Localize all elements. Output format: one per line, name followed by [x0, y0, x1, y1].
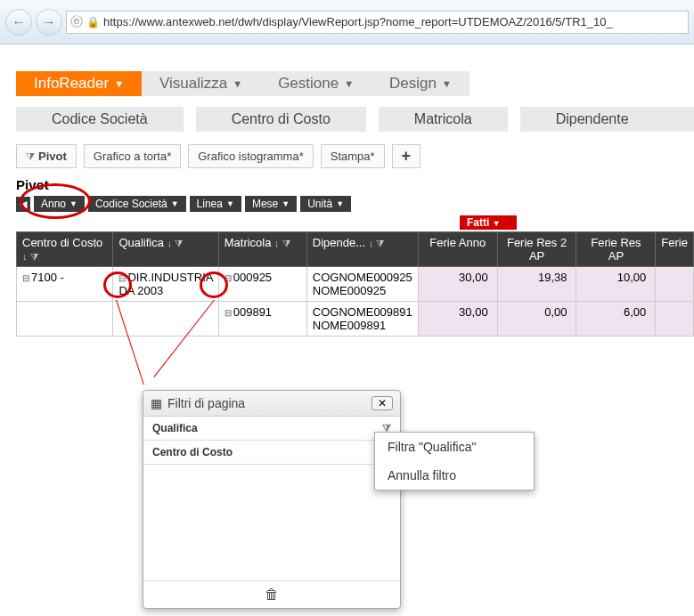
breadcrumb-codice-societa[interactable]: Codice Società [16, 107, 184, 132]
chevron-down-icon: ▼ [442, 78, 452, 89]
dialog-footer: 🗑 [143, 580, 400, 608]
cell-ferie-resap: 10,00 [576, 267, 656, 302]
filter-dialog: ▦Filtri di pagina ✕ Qualifica⧩ Centro di… [143, 390, 401, 609]
cell-ferie [656, 302, 694, 336]
dim-anno[interactable]: Anno▼ [34, 196, 85, 212]
collapse-icon[interactable]: ⊟ [225, 308, 232, 318]
menu-inforeader[interactable]: InfoReader▼ [16, 71, 142, 96]
dim-linea[interactable]: Linea▼ [190, 196, 241, 212]
grafico-istogramma-button[interactable]: Grafico istogramma* [188, 144, 313, 168]
dim-mese[interactable]: Mese▼ [245, 196, 297, 212]
context-menu: Filtra "Qualifica" Annulla filtro [374, 432, 535, 490]
chevron-down-icon: ▼ [233, 78, 242, 89]
trash-icon[interactable]: 🗑 [265, 587, 279, 602]
chevron-down-icon: ▼ [69, 199, 78, 208]
cell-qualifica: ⊟DIR.INDUSTRIA DA 2003 [113, 267, 218, 302]
cell-ferie-anno: 30,00 [418, 267, 497, 302]
menu-design[interactable]: Design▼ [371, 71, 469, 96]
address-bar[interactable]: ⓔ 🔒 https://www.antexweb.net/dwh/display… [66, 11, 689, 34]
col-ferie[interactable]: Ferie [656, 232, 694, 267]
url-text: https://www.antexweb.net/dwh/display/Vie… [103, 15, 613, 28]
forward-button[interactable]: → [36, 9, 62, 36]
chevron-down-icon: ▼ [282, 199, 290, 208]
chevron-down-icon: ▼ [226, 199, 234, 208]
col-ferie-res2-ap[interactable]: Ferie Res 2 AP [497, 232, 576, 267]
cell-centro [17, 302, 113, 336]
dim-codice-societa[interactable]: Codice Società▼ [88, 196, 186, 212]
cell-qualifica [113, 302, 218, 336]
breadcrumb-matricola[interactable]: Matricola [379, 107, 508, 132]
toolbar: ⧩Pivot Grafico a torta* Grafico istogram… [16, 144, 694, 168]
ctx-annulla-filtro[interactable]: Annulla filtro [375, 461, 534, 490]
filter-row-qualifica[interactable]: Qualifica⧩ [143, 417, 400, 441]
chevron-down-icon: ▼ [344, 78, 354, 89]
chevron-down-icon: ▼ [114, 78, 124, 89]
lock-icon: 🔒 [86, 16, 100, 28]
pivot-grid: Centro di Costo ↓ ⧩ Qualifica ↓ ⧩ Matric… [16, 231, 694, 336]
cell-matricola: ⊟000925 [218, 267, 306, 302]
cell-dipendente: COGNOME009891 NOME009891 [306, 302, 418, 336]
col-matricola[interactable]: Matricola ↓ ⧩ [218, 232, 306, 267]
col-ferie-anno[interactable]: Ferie Anno [418, 232, 497, 267]
menu-visualizza[interactable]: Visualizza▼ [142, 71, 260, 96]
dialog-body [143, 465, 400, 580]
breadcrumb-row: Codice Società Centro di Costo Matricola… [16, 107, 694, 132]
cell-ferie-res2: 19,38 [497, 267, 576, 302]
pivot-button[interactable]: ⧩Pivot [16, 144, 77, 168]
col-centro-di-costo[interactable]: Centro di Costo ↓ ⧩ [17, 232, 113, 267]
grafico-torta-button[interactable]: Grafico a torta* [84, 144, 181, 168]
col-qualifica[interactable]: Qualifica ↓ ⧩ [113, 232, 218, 267]
collapse-icon[interactable]: ⊟ [118, 273, 126, 283]
col-dipendente[interactable]: Dipende... ↓ ⧩ [306, 232, 418, 267]
cell-ferie-resap: 6,00 [576, 302, 656, 336]
dim-unita[interactable]: Unità▼ [300, 196, 351, 212]
fatti-row: Fatti ▼ [16, 215, 694, 231]
chevron-down-icon: ▼ [493, 219, 501, 228]
grid-header-row: Centro di Costo ↓ ⧩ Qualifica ↓ ⧩ Matric… [17, 232, 694, 267]
collapse-icon[interactable]: ⊟ [22, 273, 29, 283]
chevron-down-icon: ▼ [336, 199, 344, 208]
cell-ferie [656, 267, 694, 302]
chevron-down-icon: ▼ [171, 199, 179, 208]
table-row: ⊟009891 COGNOME009891 NOME009891 30,00 0… [17, 302, 694, 336]
cell-ferie-anno: 30,00 [418, 302, 497, 336]
main-menu: InfoReader▼ Visualizza▼ Gestione▼ Design… [16, 71, 694, 96]
dialog-close-button[interactable]: ✕ [371, 396, 393, 410]
dialog-title-text: Filtri di pagina [167, 396, 245, 410]
funnel-icon: ⧩ [26, 150, 35, 163]
browser-chrome: ← → ⓔ 🔒 https://www.antexweb.net/dwh/dis… [0, 0, 694, 45]
ie-icon: ⓔ [70, 14, 83, 30]
filter-row-centro[interactable]: Centro di Costo [143, 441, 400, 465]
dimension-bar: ◀ Anno▼ Codice Società▼ Linea▼ Mese▼ Uni… [16, 196, 694, 212]
stampa-button[interactable]: Stampa* [321, 144, 385, 168]
menu-gestione[interactable]: Gestione▼ [260, 71, 371, 96]
dim-nav-prev[interactable]: ◀ [16, 197, 30, 212]
filter-icon: ▦ [151, 396, 162, 410]
collapse-icon[interactable]: ⊟ [225, 273, 232, 283]
cell-centro: ⊟7100 - [17, 267, 113, 302]
breadcrumb-dipendente[interactable]: Dipendente [520, 107, 694, 132]
breadcrumb-centro-di-costo[interactable]: Centro di Costo [196, 107, 366, 132]
cell-ferie-res2: 0,00 [497, 302, 576, 336]
table-row: ⊟7100 - ⊟DIR.INDUSTRIA DA 2003 ⊟000925 C… [17, 267, 694, 302]
back-button[interactable]: ← [5, 9, 32, 36]
add-button[interactable]: + [392, 144, 421, 168]
fatti-label[interactable]: Fatti ▼ [460, 215, 517, 230]
cell-matricola: ⊟009891 [218, 302, 306, 336]
cell-dipendente: COGNOME000925 NOME000925 [306, 267, 418, 302]
dialog-titlebar[interactable]: ▦Filtri di pagina ✕ [143, 391, 400, 417]
ctx-filtra-qualifica[interactable]: Filtra "Qualifica" [375, 433, 534, 461]
pivot-title: Pivot [16, 177, 694, 192]
col-ferie-res-ap[interactable]: Ferie Res AP [576, 232, 656, 267]
